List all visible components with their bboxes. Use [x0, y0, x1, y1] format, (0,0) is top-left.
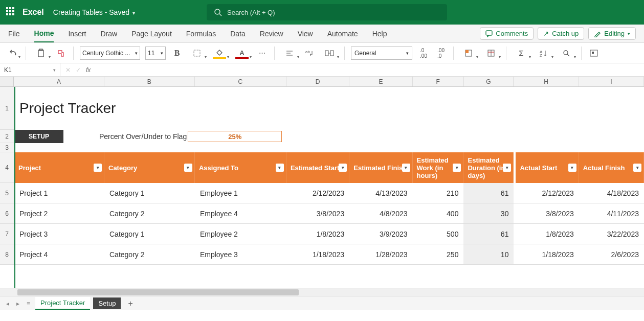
filter-icon[interactable]: ▾ [276, 164, 284, 172]
cell-assigned[interactable]: Employee 2 [195, 224, 286, 244]
cell-estwork[interactable]: 400 [413, 203, 464, 223]
tab-page-layout[interactable]: Page Layout [131, 25, 172, 42]
th-project[interactable]: Project▾ [14, 152, 104, 183]
cell-actstart[interactable]: 1/8/2023 [514, 224, 579, 244]
cell-actstart[interactable]: 1/18/2023 [514, 244, 579, 264]
th-estfinish[interactable]: Estimated Finish▾ [349, 152, 412, 183]
th-actfinish[interactable]: Actual Finish▾ [579, 152, 644, 183]
more-font-button[interactable]: ⋯ [256, 47, 268, 59]
grid-area[interactable]: 1 2 3 4 5 6 7 8 Project Tracker SETUP Pe… [0, 87, 644, 288]
cell-category[interactable]: Category 1 [104, 224, 195, 244]
cell-estdur[interactable]: 61 [463, 224, 514, 244]
font-name-select[interactable]: Century Gothic ...▾ [80, 47, 140, 60]
filter-icon[interactable]: ▾ [402, 164, 410, 172]
cell-estwork[interactable]: 250 [413, 244, 464, 264]
tab-view[interactable]: View [298, 25, 313, 42]
catchup-button[interactable]: ↗Catch up [538, 27, 584, 40]
format-painter-button[interactable] [55, 47, 67, 59]
sort-filter-button[interactable]: AZ [535, 47, 552, 59]
col-header-a[interactable]: A [14, 77, 104, 86]
cell-assigned[interactable]: Employee 3 [195, 244, 286, 264]
merge-button[interactable] [321, 47, 338, 59]
cell-eststart[interactable]: 2/12/2023 [286, 183, 349, 203]
table-row[interactable]: Project 3Category 1Employee 21/8/20233/9… [14, 224, 644, 244]
conditional-format-button[interactable] [460, 47, 477, 59]
col-header-d[interactable]: D [286, 77, 349, 86]
increase-decimal-button[interactable]: .00.0 [435, 47, 447, 59]
formula-input[interactable] [96, 63, 644, 76]
cell-estfinish[interactable]: 1/28/2023 [349, 244, 412, 264]
cell-project[interactable]: Project 4 [14, 244, 104, 264]
cell-actfinish[interactable]: 4/11/2023 [579, 203, 644, 223]
filter-icon[interactable]: ▾ [568, 164, 576, 172]
th-eststart[interactable]: Estimated Start▾ [286, 152, 349, 183]
sheet-nav-next[interactable]: ▸ [14, 300, 21, 307]
cell-project[interactable]: Project 1 [14, 183, 104, 203]
select-all-button[interactable] [0, 77, 14, 86]
cell-estwork[interactable]: 500 [413, 224, 464, 244]
row-header-7[interactable]: 7 [0, 224, 14, 244]
search-box[interactable]: Search (Alt + Q) [207, 4, 447, 20]
cell-estdur[interactable]: 30 [463, 203, 514, 223]
row-header-3[interactable]: 3 [0, 143, 14, 152]
addins-button[interactable] [588, 47, 600, 59]
tab-home[interactable]: Home [34, 25, 54, 42]
table-row[interactable]: Project 4Category 2Employee 31/18/20231/… [14, 244, 644, 265]
table-row[interactable]: Project 1Category 1Employee 12/12/20234/… [14, 183, 644, 203]
cell-eststart[interactable]: 1/8/2023 [286, 224, 349, 244]
tab-file[interactable]: File [8, 25, 20, 42]
number-format-select[interactable]: General▾ [351, 47, 412, 60]
font-size-select[interactable]: 11▾ [145, 47, 166, 60]
cell-eststart[interactable]: 3/8/2023 [286, 203, 349, 223]
cell-estfinish[interactable]: 4/13/2023 [349, 183, 412, 203]
tab-formulas[interactable]: Formulas [186, 25, 216, 42]
cell-estdur[interactable]: 61 [463, 183, 514, 203]
horizontal-scrollbar[interactable] [0, 288, 644, 296]
enter-formula-icon[interactable]: ✓ [76, 66, 81, 74]
bold-button[interactable]: B [171, 47, 183, 59]
tab-help[interactable]: Help [372, 25, 387, 42]
cell-category[interactable]: Category 1 [104, 183, 195, 203]
filter-icon[interactable]: ▾ [503, 164, 511, 172]
tab-data[interactable]: Data [230, 25, 246, 42]
editing-mode-button[interactable]: Editing▾ [588, 27, 636, 40]
font-color-button[interactable]: A [233, 47, 251, 59]
cell-project[interactable]: Project 2 [14, 203, 104, 223]
fx-icon[interactable]: fx [86, 66, 91, 74]
flag-value-cell[interactable]: 25% [188, 131, 282, 142]
row-header-6[interactable]: 6 [0, 203, 14, 224]
undo-button[interactable] [7, 47, 19, 59]
filter-icon[interactable]: ▾ [94, 164, 102, 172]
paste-button[interactable] [32, 47, 50, 59]
th-assigned[interactable]: Assigned To▾ [195, 152, 286, 183]
col-header-e[interactable]: E [349, 77, 412, 86]
cell-actstart[interactable]: 3/8/2023 [514, 203, 579, 223]
sheet-tab-project-tracker[interactable]: Project Tracker [35, 297, 90, 310]
setup-button[interactable]: SETUP [14, 130, 63, 143]
cell-actfinish[interactable]: 2/6/2023 [579, 244, 644, 264]
scroll-thumb[interactable] [17, 289, 299, 295]
cell-estwork[interactable]: 210 [413, 183, 464, 203]
col-header-f[interactable]: F [413, 77, 464, 86]
wrap-text-button[interactable]: ab [303, 47, 316, 59]
add-sheet-button[interactable]: + [124, 299, 137, 308]
th-estwork[interactable]: Estimated Work (in hours)▾ [413, 152, 464, 183]
row-header-8[interactable]: 8 [0, 244, 14, 265]
cell-category[interactable]: Category 2 [104, 244, 195, 264]
row-header-1[interactable]: 1 [0, 87, 14, 130]
col-header-c[interactable]: C [195, 77, 286, 86]
borders-button[interactable] [188, 47, 206, 59]
align-button[interactable] [281, 47, 298, 59]
col-header-g[interactable]: G [464, 77, 514, 86]
tab-insert[interactable]: Insert [68, 25, 86, 42]
name-box[interactable]: K1▾ [0, 63, 60, 76]
format-table-button[interactable] [482, 47, 500, 59]
cancel-formula-icon[interactable]: ✕ [65, 66, 71, 74]
tab-review[interactable]: Review [260, 25, 283, 42]
col-header-h[interactable]: H [514, 77, 579, 86]
filter-icon[interactable]: ▾ [633, 164, 641, 172]
th-estdur[interactable]: Estimated Duration (in days)▾ [463, 152, 514, 183]
cell-estfinish[interactable]: 4/8/2023 [349, 203, 412, 223]
col-header-i[interactable]: I [579, 77, 644, 86]
cell-actfinish[interactable]: 3/22/2023 [579, 224, 644, 244]
